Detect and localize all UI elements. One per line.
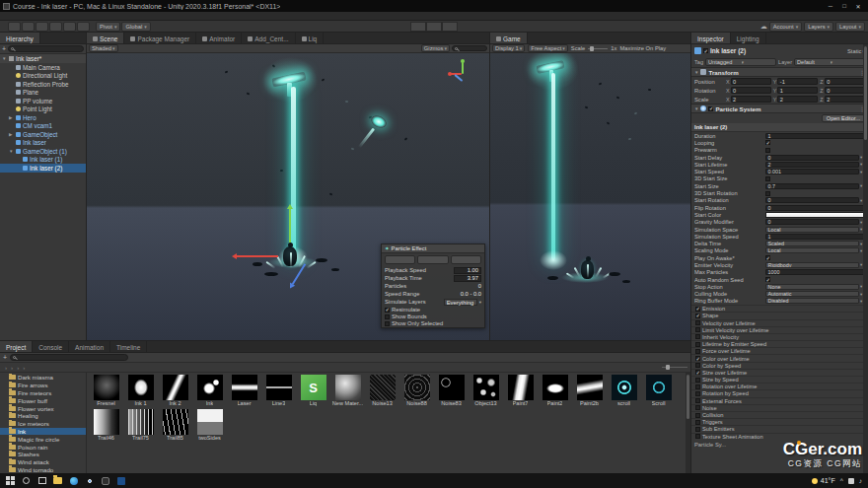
- inspector-property-row[interactable]: Max Particles 1000 ▾: [691, 269, 868, 276]
- particle-effect-row[interactable]: Playback Speed 1.00 ▾: [382, 266, 484, 274]
- particle-effect-button[interactable]: [417, 255, 448, 264]
- inspector-property-row[interactable]: Stop Action None ▾: [691, 283, 868, 290]
- z-field[interactable]: 2: [825, 96, 865, 103]
- checkbox[interactable]: [385, 314, 390, 319]
- close-button[interactable]: ✕: [851, 3, 865, 10]
- module-checkbox[interactable]: [695, 405, 700, 410]
- project-asset[interactable]: Paint7: [503, 375, 538, 407]
- volume-icon[interactable]: ♪: [859, 477, 862, 484]
- tray-chevron-icon[interactable]: ^: [840, 477, 843, 484]
- draw-mode-dropdown[interactable]: Shaded: [89, 44, 118, 52]
- particle-effect-row[interactable]: Particles 0 ▾: [382, 282, 484, 290]
- inspector-property-row[interactable]: Simulation Speed 1 ▾: [691, 233, 868, 240]
- inspector-tab[interactable]: Lighting: [731, 33, 766, 43]
- value-field[interactable]: Everything: [444, 299, 477, 306]
- axis-gizmo[interactable]: [450, 61, 475, 87]
- inspector-property-row[interactable]: Start Delay 0 ▾: [691, 154, 868, 161]
- module-checkbox[interactable]: [695, 378, 700, 383]
- y-field[interactable]: 1: [777, 87, 818, 94]
- scene-search-input[interactable]: [452, 45, 487, 52]
- module-row[interactable]: Shape: [691, 312, 868, 318]
- module-checkbox[interactable]: [695, 363, 700, 368]
- project-asset[interactable]: Trail85: [158, 409, 192, 442]
- value-field[interactable]: 2: [765, 162, 859, 168]
- hierarchy-item[interactable]: ▶ Hero: [0, 113, 86, 122]
- view-tab[interactable]: Add_Cent...: [242, 33, 295, 43]
- slider-knob[interactable]: [666, 365, 670, 370]
- playmode-button[interactable]: [426, 22, 442, 32]
- tab-hierarchy[interactable]: Hierarchy: [0, 33, 40, 43]
- inspector-property-row[interactable]: Ring Buffer Mode Disabled ▾: [691, 298, 868, 305]
- space-toggle[interactable]: Global: [121, 22, 150, 32]
- module-checkbox[interactable]: [695, 320, 700, 325]
- hierarchy-item[interactable]: Main Camera: [0, 63, 86, 72]
- app-icon[interactable]: [116, 476, 125, 485]
- inspector-property-row[interactable]: Gravity Modifier 0 ▾: [691, 219, 868, 226]
- z-field[interactable]: 0: [825, 78, 865, 85]
- project-asset[interactable]: Object13: [469, 375, 503, 407]
- inspector-property-row[interactable]: Play On Awake* ▾: [691, 254, 868, 261]
- inspector-property-row[interactable]: Start Rotation 0 ▾: [691, 197, 868, 204]
- folder-item[interactable]: Fire meteors: [0, 389, 86, 397]
- inspector-property-row[interactable]: Start Lifetime 2 ▾: [691, 161, 868, 168]
- particle-effect-row[interactable]: Speed Range 0.0 - 0.0 ▾: [382, 290, 484, 298]
- folder-item[interactable]: Dark miasma: [0, 374, 86, 382]
- inspector-tab[interactable]: Inspector: [691, 33, 731, 43]
- folder-item[interactable]: Flower vortex: [0, 404, 86, 412]
- particle-system-name-header[interactable]: Ink laser (2): [691, 123, 868, 132]
- module-row[interactable]: Rotation by Speed: [691, 389, 868, 396]
- project-asset[interactable]: Ink 2: [158, 375, 192, 407]
- value-field[interactable]: 0: [765, 155, 859, 161]
- module-row[interactable]: Triggers: [691, 418, 868, 425]
- particle-effect-checkbox-row[interactable]: Show Bounds: [382, 314, 484, 320]
- inspector-property-row[interactable]: Start Size 0.7 ▾: [691, 182, 868, 189]
- x-field[interactable]: 0: [731, 87, 771, 94]
- tray-icon[interactable]: [848, 478, 854, 484]
- task-view-icon[interactable]: [37, 476, 46, 485]
- value-field[interactable]: 1: [765, 234, 865, 240]
- maximize-on-play-toggle[interactable]: Maximize On Play: [619, 45, 666, 51]
- hierarchy-item[interactable]: Reflection Probe: [0, 80, 86, 89]
- value-field[interactable]: 3.97: [454, 275, 481, 282]
- project-asset[interactable]: Scroll: [641, 375, 676, 407]
- value-field[interactable]: 0.001: [765, 169, 859, 174]
- game-viewport[interactable]: [490, 53, 690, 340]
- value-field[interactable]: 0: [454, 283, 481, 289]
- hierarchy-item[interactable]: ▶ GameObject: [0, 130, 86, 139]
- display-dropdown[interactable]: Display 1: [492, 44, 525, 52]
- bottom-tab[interactable]: Timeline: [110, 341, 147, 352]
- tool-button[interactable]: [8, 22, 21, 32]
- checkbox[interactable]: [765, 140, 770, 145]
- module-row[interactable]: Texture Sheet Animation: [691, 433, 868, 440]
- value-field[interactable]: 0: [765, 219, 859, 225]
- scene-header-row[interactable]: ▼ Ink laser*: [0, 54, 86, 63]
- value-field[interactable]: 0: [765, 205, 865, 211]
- hierarchy-item[interactable]: Ink laser (1): [0, 156, 86, 165]
- aspect-dropdown[interactable]: Free Aspect: [528, 44, 567, 52]
- create-plus-button[interactable]: +: [3, 354, 7, 361]
- open-editor-button[interactable]: Open Editor...: [822, 114, 865, 122]
- inspector-property-row[interactable]: Simulation Space Local ▾: [691, 226, 868, 233]
- project-asset[interactable]: Trail46: [89, 409, 123, 442]
- foldout-arrow[interactable]: ▼: [694, 70, 698, 75]
- hierarchy-item[interactable]: CM vcam1: [0, 122, 86, 131]
- color-swatch[interactable]: [765, 212, 865, 218]
- module-row[interactable]: Velocity over Lifetime: [691, 319, 868, 326]
- view-tab[interactable]: Liq: [296, 33, 325, 43]
- particle-effect-button[interactable]: [385, 255, 415, 264]
- transform-component-header[interactable]: ▼ Transform ⋮: [691, 67, 868, 77]
- module-checkbox[interactable]: [695, 370, 700, 375]
- inspector-property-row[interactable]: 3D Start Rotation ▾: [691, 189, 868, 196]
- x-field[interactable]: 0: [731, 78, 771, 85]
- hierarchy-item[interactable]: ▼ GameObject (1): [0, 147, 86, 156]
- value-field[interactable]: 1000: [765, 269, 865, 275]
- project-asset[interactable]: Liq: [296, 375, 330, 407]
- folder-item[interactable]: Healing: [0, 412, 86, 420]
- bottom-tab[interactable]: Project: [0, 341, 33, 352]
- folder-item[interactable]: Flower buff: [0, 396, 86, 404]
- tool-button[interactable]: [22, 22, 35, 32]
- project-asset[interactable]: scroll: [607, 375, 641, 407]
- module-checkbox[interactable]: [695, 314, 700, 318]
- module-row[interactable]: Lifetime by Emitter Speed: [691, 340, 868, 347]
- inspector-scrollbar[interactable]: [863, 44, 868, 473]
